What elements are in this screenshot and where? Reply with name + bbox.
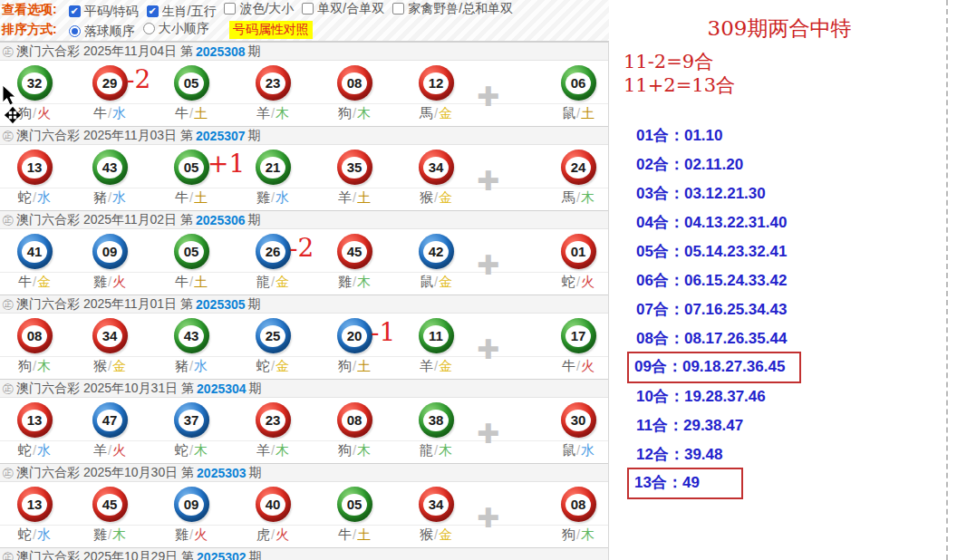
formula-block: 11-2=9合 11+2=13合 [624,50,946,97]
checkbox-icon[interactable] [224,3,236,14]
view-options-checkboxes: ✔平码/特码✔生肖/五行波色/大小单双/合单双家禽野兽/总和单双 [69,1,521,20]
formula-line-1: 11-2=9合 [624,50,946,73]
checkbox-icon[interactable]: ✔ [147,5,159,17]
zodiac-element-label: 牛/火 [562,358,594,375]
lottery-ball: 47 [92,402,128,438]
number-attribute-compare-link[interactable]: 号码属性对照 [229,21,313,39]
combo-item-inner: 08合：08.17.26.35.44 [633,326,790,351]
element-char: 水 [37,442,51,458]
draw-body: 32狗/火29牛/水-205牛/土23羊/木08狗/木12馬/金✚06鼠/土 [0,61,608,125]
combo-values: 07.16.25.34.43 [684,301,787,318]
plus-cell: ✚ [477,145,536,209]
checkbox-option-0[interactable]: ✔平码/特码 [69,4,139,20]
ball-number: 43 [97,157,122,179]
zodiac-char: 牛 [562,358,575,373]
zodiac-char: 狗 [338,105,352,121]
special-ball-cell: 30鼠/水 [536,398,609,462]
formula-line-2: 11+2=13合 [624,73,946,97]
combo-list-item: 09合：09.18.27.36.45 [633,352,946,381]
special-ball-cell: 08狗/木 [536,482,609,546]
element-char: 木 [194,442,208,458]
ball-number: 08 [342,410,367,431]
element-char: 金 [439,274,452,289]
ball-cell: 45雞/木 [69,482,150,546]
lottery-ball: 43 [174,318,209,353]
zodiac-element-label: 雞/木 [338,274,371,291]
lottery-ball: 05 [174,234,209,269]
element-char: 金 [276,274,289,289]
radio-option-1[interactable]: 大小顺序 [143,21,209,37]
ball-cell: 12馬/金 [395,61,477,125]
lottery-ball: 41 [17,234,53,269]
lottery-ball: 42 [419,234,454,269]
zodiac-element-label: 狗/火 [18,105,51,122]
ball-cell: 41牛/金 [0,229,69,294]
element-char: 水 [37,526,51,542]
radio-option-0[interactable]: 落球顺序 [69,24,135,40]
lottery-ball: 37 [174,402,209,438]
checkbox-icon[interactable]: ✔ [69,5,81,17]
checkbox-icon[interactable] [392,3,404,14]
checkbox-option-4[interactable]: 家禽野兽/总和单双 [392,1,513,17]
checkbox-option-2[interactable]: 波色/大小 [224,1,294,17]
zodiac-element-label: 狗/木 [338,442,371,459]
combo-values: 05.14.23.32.41 [684,243,787,260]
draw-source: 澳门六合彩 2025年11月04日 第 [16,43,193,60]
combo-label: 04合： [636,214,684,231]
draws-list: ㊣澳门六合彩 2025年11月04日 第2025308期32狗/火29牛/水-2… [0,42,609,560]
draw-source: 澳门六合彩 2025年10月30日 第 [16,465,194,481]
zodiac-char: 馬 [420,105,433,121]
checkbox-option-1[interactable]: ✔生肖/五行 [147,4,217,20]
element-char: 金 [112,358,126,373]
plus-cell: ✚ [477,61,536,125]
plus-cell: ✚ [477,314,536,378]
zodiac-element-label: 羊/火 [93,442,126,459]
draw-body: 41牛/金09雞/火05牛/土26龍/金-245雞/木42鼠/金✚01蛇/火 [0,229,608,294]
lottery-ball: 32 [17,65,53,101]
checkbox-label: 单双/合单双 [317,1,384,17]
draw-header: ㊣澳门六合彩 2025年11月04日 第2025308期 [0,42,608,61]
zodiac-char: 牛 [338,526,352,542]
source-icon: ㊣ [2,549,14,560]
lottery-ball: 08 [17,318,53,353]
zodiac-char: 豬 [175,358,188,373]
draw-header: ㊣澳门六合彩 2025年11月02日 第2025306期 [0,210,608,229]
ball-cell: 21雞/水 [232,145,314,209]
handwritten-note: -2 [289,235,314,262]
combo-item-inner: 10合：19.28.37.46 [633,384,769,409]
radio-icon[interactable] [69,25,81,37]
checkbox-option-3[interactable]: 单双/合单双 [302,1,384,17]
combo-label: 02合： [636,156,684,173]
zodiac-char: 羊 [93,442,107,458]
element-char: 木 [357,442,371,458]
zodiac-element-label: 牛/土 [175,274,208,291]
ball-number: 20 [342,325,367,347]
special-ball-cell: 24馬/木 [536,145,609,209]
combo-values: 03.12.21.30 [684,185,766,202]
zodiac-element-label: 馬/木 [562,189,594,207]
combo-item-inner: 01合：01.10 [633,123,726,148]
combo-values: 06.15.24.33.42 [684,272,787,289]
radio-icon[interactable] [143,23,155,34]
lottery-ball: 24 [561,150,596,185]
zodiac-element-label: 虎/火 [256,526,289,544]
combo-list-item: 08合：08.17.26.35.44 [633,323,946,352]
combo-item-inner: 11合：29.38.47 [633,413,747,438]
ball-number: 34 [423,157,449,179]
checkbox-icon[interactable] [302,3,314,14]
options-bar: 查看选项: ✔平码/特码✔生肖/五行波色/大小单双/合单双家禽野兽/总和单双 排… [0,0,609,42]
ball-number: 30 [566,410,591,431]
combo-item-inner: 12合：39.48 [633,442,726,467]
view-options-row: 查看选项: ✔平码/特码✔生肖/五行波色/大小单双/合单双家禽野兽/总和单双 [0,0,609,20]
draw-issue-suffix: 期 [249,549,262,560]
element-char: 火 [194,526,208,542]
draw-source: 澳门六合彩 2025年10月29日 第 [16,549,194,560]
draw-issue-number: 2025306 [196,213,246,227]
combo-label: 08合： [636,330,684,347]
checkbox-label: 生肖/五行 [162,4,217,20]
ball-cell: 05牛/土+1 [150,145,232,209]
combo-list-item: 05合：05.14.23.32.41 [633,237,946,266]
draw-source: 澳门六合彩 2025年11月02日 第 [16,212,193,228]
lottery-ball: 23 [256,65,291,101]
element-char: 金 [439,526,452,542]
